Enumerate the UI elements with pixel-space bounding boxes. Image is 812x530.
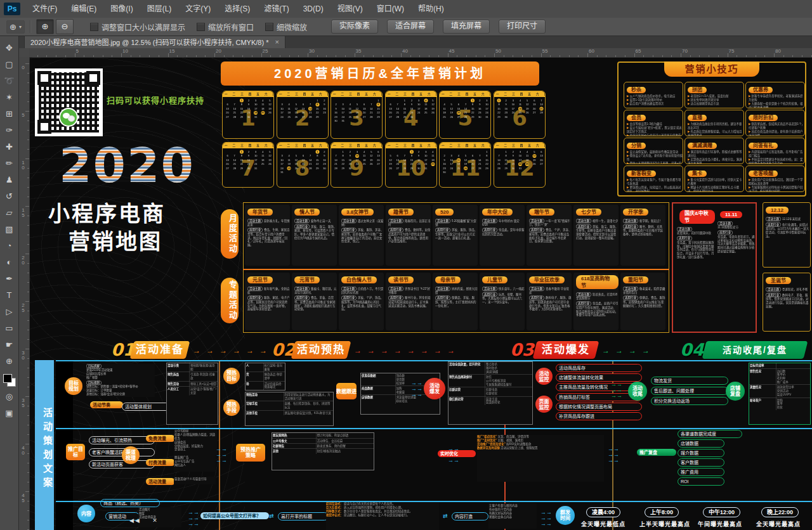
- option-checkbox[interactable]: 调整窗口大小以满屏显示: [90, 22, 185, 32]
- option-checkbox[interactable]: 缩放所有窗口: [197, 22, 254, 32]
- ruler-tick: [27, 292, 29, 292]
- ruler-tick: [27, 120, 29, 121]
- flow-row-divider: [56, 501, 812, 502]
- ruler-tick: [168, 53, 169, 57]
- options-button[interactable]: 实际像素: [331, 20, 378, 34]
- current-tool-zoom[interactable]: ⊕ ▾: [6, 20, 25, 34]
- move-tool[interactable]: ✥: [2, 41, 17, 56]
- menu-item[interactable]: 选择(S): [218, 0, 257, 18]
- close-icon[interactable]: ×: [275, 38, 278, 46]
- hand-tool[interactable]: ☛: [2, 337, 17, 352]
- crop-tool[interactable]: ⊞: [2, 107, 17, 122]
- close-icon[interactable]: ✕: [152, 517, 159, 524]
- options-buttons: 实际像素适合屏幕填充屏幕打印尺寸: [327, 20, 550, 34]
- lasso-tool[interactable]: ➰: [2, 74, 17, 89]
- flow-box: 预热活动利用营销玩法进行活动预热蓄水，为活动爆发引流常规手段直播、每日签到领券、…: [245, 392, 334, 426]
- screen-mode[interactable]: ▣: [2, 406, 17, 421]
- brush-tool[interactable]: ✏: [2, 156, 17, 171]
- marquee-tool[interactable]: ▢: [2, 57, 17, 72]
- menu-item[interactable]: 编辑(E): [64, 0, 103, 18]
- flow-node: 活动收尾: [628, 382, 647, 401]
- zoom-in-button[interactable]: ⊕: [36, 19, 54, 34]
- ruler-number: 55: [542, 48, 548, 54]
- ruler-tick: [429, 55, 429, 57]
- shape-tool[interactable]: ▭: [2, 321, 17, 336]
- healing-brush-tool[interactable]: ✚: [2, 139, 17, 155]
- activity-card: 开学季活动主题新学期，新起点！适用行业图书、数码、文具等，如数码类商户可主推开学…: [620, 205, 665, 266]
- menu-item[interactable]: 视图(V): [331, 0, 370, 18]
- calendar-days: 1234567891011121314151617181920212223242…: [387, 150, 436, 187]
- tip-card-label: 秒杀: [627, 87, 646, 93]
- blur-tool[interactable]: ◔: [2, 238, 17, 254]
- document-canvas[interactable]: 扫码可以获得小程序扶持 2020 小程序电商 营销地图 2020营销日历&全年营…: [29, 57, 812, 530]
- menu-item[interactable]: 帮助(H): [411, 0, 451, 18]
- menu-item[interactable]: 窗口(W): [370, 0, 411, 18]
- zoom-tool[interactable]: ⊕: [2, 354, 17, 369]
- calendar-weekday-header: 一二三四五六日: [440, 143, 490, 148]
- ruler-tick: [383, 55, 383, 57]
- ruler-tick: [25, 254, 29, 254]
- flow-swap-arrows: ⇄: [269, 514, 274, 519]
- ruler-tick: [25, 63, 29, 64]
- ruler-tick: [27, 216, 29, 216]
- ruler-number: 80: [775, 48, 781, 54]
- quick-mask[interactable]: ◎: [2, 389, 17, 404]
- menu-items: 文件(F)编辑(E)图像(I)图层(L)文字(Y)选择(S)滤镜(T)3D(D)…: [25, 0, 451, 18]
- ruler-number: 40: [20, 445, 26, 455]
- ruler-number: 20: [20, 255, 26, 265]
- ruler-tick: [27, 472, 29, 473]
- activity-card: 12.12活动主题12.12年末狂欢适用行业各行业通用，如错过双11的，以12月…: [763, 202, 811, 268]
- menu-item[interactable]: 文件(F): [25, 0, 64, 18]
- ruler-tick: [308, 53, 308, 57]
- checkbox-box[interactable]: [197, 23, 205, 31]
- ruler-tick: [37, 55, 38, 57]
- document-tab-title: 2020小程序电商营销地图.jpg @ 12.5% (扫码可以获得小程序扶持, …: [30, 37, 268, 47]
- tip-card: 拼团▶老带新2人/3人成团，裂变拉新▶团长免单刺激开团分享▶适合高频刚需商品引流: [684, 82, 744, 108]
- checkbox-box[interactable]: [90, 23, 98, 31]
- flow-pill: 售后跟进、问题处理: [651, 387, 728, 395]
- horizontal-ruler: 5101520253035404550556065707580: [29, 48, 812, 58]
- foreground-color-swatch[interactable]: [3, 374, 12, 383]
- magic-wand-tool[interactable]: ✶: [2, 90, 17, 105]
- path-select-tool[interactable]: ▷: [2, 304, 17, 320]
- checkbox-box[interactable]: [265, 23, 273, 31]
- history-brush-tool[interactable]: ↺: [2, 189, 17, 204]
- tip-card: 优惠券▶新客专享券提升首单转化，老客满减券提升复购▶大额券配一般全是数十个档次的…: [745, 82, 805, 108]
- document-tab[interactable]: 2020小程序电商营销地图.jpg @ 12.5% (扫码可以获得小程序扶持, …: [24, 36, 285, 48]
- activity-card: 618至高购物节活动主题狂欢热卖，打造618至高购物节适用行业全品类，如商户可引…: [573, 273, 619, 330]
- gradient-tool[interactable]: ▧: [2, 222, 17, 237]
- options-button[interactable]: 适合屏幕: [387, 20, 434, 34]
- ruler-tick: [317, 55, 318, 57]
- ruler-tick: [355, 53, 355, 57]
- rewind-icon[interactable]: ◀◀: [129, 517, 141, 524]
- phase-label: 活动预热: [293, 341, 349, 359]
- playback-controls[interactable]: ◀◀ ✕: [129, 517, 159, 524]
- menu-item[interactable]: 文字(Y): [178, 0, 218, 18]
- ruler-tick: [27, 139, 29, 140]
- options-button[interactable]: 填充屏幕: [443, 20, 490, 34]
- flow-pill: 高打开率的标题: [278, 512, 329, 520]
- calendar-days: 1234567891011121314151617181920212223242…: [278, 98, 328, 138]
- menu-item[interactable]: 滤镜(T): [257, 0, 296, 18]
- color-swatches[interactable]: [3, 374, 16, 387]
- eyedropper-tool[interactable]: ✑: [2, 123, 17, 138]
- menu-item[interactable]: 图像(I): [103, 0, 140, 18]
- pen-tool[interactable]: ✒: [2, 271, 17, 287]
- zoom-out-button[interactable]: ⊖: [56, 19, 74, 34]
- ruler-number: 10: [122, 48, 128, 54]
- calendar-month: 一二三四五六日612345678910111213141516171819202…: [494, 91, 546, 139]
- type-tool[interactable]: T: [2, 288, 17, 303]
- clone-stamp-tool[interactable]: ♟: [2, 172, 17, 188]
- flow-pill: 付费流量: [146, 459, 175, 466]
- menu-item[interactable]: 3D(D): [296, 0, 331, 18]
- menu-item[interactable]: 图层(L): [140, 0, 179, 18]
- activity-card: 毕业狂欢季活动主题青春不散场 毕业狂欢适用行业数码电子、服饰、旅游等，如旅游类商…: [527, 273, 572, 330]
- option-checkbox[interactable]: 细微缩放: [265, 22, 307, 32]
- ruler-tick: [27, 453, 29, 454]
- eraser-tool[interactable]: ▱: [2, 205, 17, 221]
- qr-eye: [86, 71, 100, 85]
- dodge-tool[interactable]: ◐: [2, 255, 17, 270]
- ruler-tick: [653, 55, 653, 57]
- flow-node: 页面监控: [535, 396, 553, 413]
- options-button[interactable]: 打印尺寸: [499, 20, 546, 34]
